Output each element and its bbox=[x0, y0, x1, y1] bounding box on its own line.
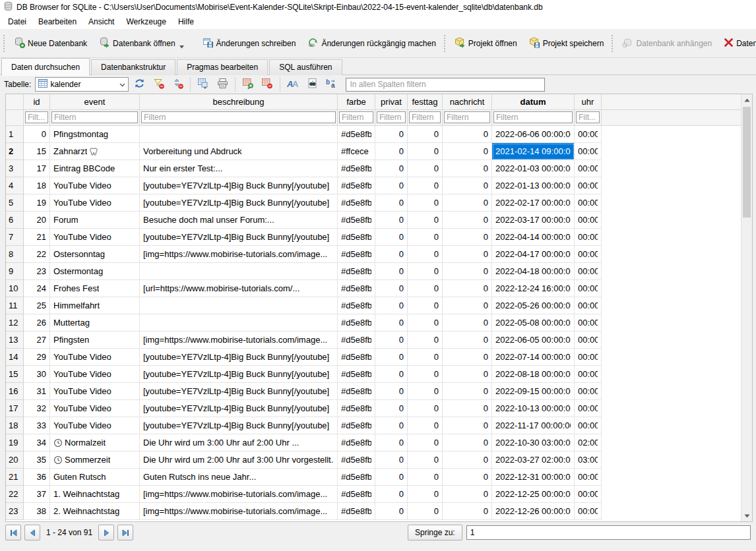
jump-to-button[interactable]: Springe zu: bbox=[408, 525, 462, 540]
last-page-button[interactable] bbox=[117, 525, 133, 540]
cell-id[interactable]: 25 bbox=[24, 297, 50, 314]
cell-beschreibung[interactable]: Nur ein erster Test:... bbox=[140, 160, 338, 177]
cell-farbe[interactable]: #d5e8fb bbox=[338, 194, 375, 212]
cell-uhr[interactable]: 00:00 bbox=[575, 332, 602, 349]
cell-farbe[interactable]: #d5e8fb bbox=[338, 246, 375, 263]
cell-privat[interactable]: 0 bbox=[375, 280, 408, 297]
cell-uhr[interactable]: 00:00 bbox=[575, 486, 602, 503]
cell-beschreibung[interactable] bbox=[140, 314, 338, 332]
cell-privat[interactable]: 0 bbox=[375, 469, 408, 486]
cell-id[interactable]: 29 bbox=[24, 349, 50, 366]
cell-id[interactable]: 18 bbox=[24, 177, 50, 194]
row-number[interactable]: 4 bbox=[6, 177, 24, 194]
cell-privat[interactable]: 0 bbox=[375, 400, 408, 417]
cell-event[interactable]: Pfingstmontag bbox=[50, 126, 140, 143]
row-number[interactable]: 2 bbox=[6, 143, 24, 160]
find-in-cells-button[interactable] bbox=[303, 76, 321, 92]
cell-nachricht[interactable]: 0 bbox=[443, 160, 492, 177]
cell-festtag[interactable]: 0 bbox=[408, 297, 443, 314]
cell-privat[interactable]: 0 bbox=[375, 297, 408, 314]
menu-hilfe[interactable]: Hilfe bbox=[172, 15, 200, 28]
cell-uhr[interactable]: 00:00 bbox=[575, 297, 602, 314]
delete-record-button[interactable] bbox=[259, 76, 276, 92]
cell-privat[interactable]: 0 bbox=[375, 366, 408, 383]
cell-nachricht[interactable]: 0 bbox=[443, 383, 492, 400]
cell-privat[interactable]: 0 bbox=[375, 263, 408, 280]
cell-beschreibung[interactable] bbox=[140, 297, 338, 314]
cell-beschreibung[interactable] bbox=[140, 126, 338, 143]
column-header-uhr[interactable]: uhr bbox=[575, 94, 602, 110]
cell-nachricht[interactable]: 0 bbox=[443, 486, 492, 503]
cell-id[interactable]: 15 bbox=[24, 143, 50, 160]
cell-datum[interactable]: 2022-12-26 00:00:00 bbox=[492, 503, 575, 520]
cell-festtag[interactable]: 0 bbox=[408, 177, 443, 194]
cell-festtag[interactable]: 0 bbox=[408, 194, 443, 212]
row-number[interactable]: 13 bbox=[6, 332, 24, 349]
cell-beschreibung[interactable]: [img=https://www.mobirise-tutorials.com/… bbox=[140, 332, 338, 349]
cell-event[interactable]: 2. Weihnachtstag bbox=[50, 503, 140, 520]
cell-nachricht[interactable]: 0 bbox=[443, 366, 492, 383]
jump-to-input[interactable] bbox=[466, 525, 751, 540]
cell-datum[interactable]: 2022-06-05 00:00:00 bbox=[492, 332, 575, 349]
cell-beschreibung[interactable]: Guten Rutsch ins neue Jahr... bbox=[140, 469, 338, 486]
cell-event[interactable]: YouTube Video bbox=[50, 194, 140, 212]
column-filter-input-datum[interactable] bbox=[493, 111, 573, 123]
export-table-button[interactable] bbox=[195, 76, 212, 92]
cell-privat[interactable]: 0 bbox=[375, 143, 408, 160]
cell-id[interactable]: 36 bbox=[24, 469, 50, 486]
column-filter-input-nachricht[interactable] bbox=[444, 111, 490, 123]
cell-beschreibung[interactable]: [youtube=YE7VzlLtp-4]Big Buck Bunny[/you… bbox=[140, 417, 338, 434]
cell-uhr[interactable]: 00:00 bbox=[575, 349, 602, 366]
cell-datum[interactable]: 2022-12-31 00:00:00 bbox=[492, 469, 575, 486]
cell-id[interactable]: 0 bbox=[24, 126, 50, 143]
cell-privat[interactable]: 0 bbox=[375, 486, 408, 503]
cell-id[interactable]: 35 bbox=[24, 451, 50, 469]
open-database-button[interactable]: Datenbank öffnen bbox=[93, 32, 190, 55]
column-header-farbe[interactable]: farbe bbox=[338, 94, 375, 110]
cell-datum[interactable]: 2022-01-03 00:00:00 bbox=[492, 160, 575, 177]
revert-changes-button[interactable]: Änderungen rückgängig machen bbox=[301, 33, 441, 54]
cell-festtag[interactable]: 0 bbox=[408, 383, 443, 400]
cell-festtag[interactable]: 0 bbox=[408, 212, 443, 229]
cell-uhr[interactable]: 00:00 bbox=[575, 126, 602, 143]
cell-nachricht[interactable]: 0 bbox=[443, 280, 492, 297]
cell-event[interactable]: Pfingsten bbox=[50, 332, 140, 349]
cell-uhr[interactable]: 00:00 bbox=[575, 263, 602, 280]
cell-event[interactable]: YouTube Video bbox=[50, 229, 140, 246]
save-project-button[interactable]: Projekt speichern bbox=[523, 33, 610, 54]
cell-nachricht[interactable]: 0 bbox=[443, 229, 492, 246]
cell-datum[interactable]: 2022-07-14 00:00:00 bbox=[492, 349, 575, 366]
cell-privat[interactable]: 0 bbox=[375, 246, 408, 263]
cell-datum[interactable]: 2022-12-24 16:00:00 bbox=[492, 280, 575, 297]
cell-privat[interactable]: 0 bbox=[375, 332, 408, 349]
cell-farbe[interactable]: #ffcece bbox=[338, 143, 375, 160]
cell-nachricht[interactable]: 0 bbox=[443, 469, 492, 486]
cell-nachricht[interactable]: 0 bbox=[443, 417, 492, 434]
menu-werkzeuge[interactable]: Werkzeuge bbox=[120, 15, 172, 28]
insert-record-button[interactable] bbox=[239, 76, 257, 92]
cell-privat[interactable]: 0 bbox=[375, 349, 408, 366]
scroll-down-button[interactable] bbox=[741, 510, 752, 521]
cell-farbe[interactable]: #d5e8fb bbox=[338, 314, 375, 332]
cell-festtag[interactable]: 0 bbox=[408, 143, 443, 160]
cell-farbe[interactable]: #d5e8fb bbox=[338, 366, 375, 383]
cell-nachricht[interactable]: 0 bbox=[443, 332, 492, 349]
cell-festtag[interactable]: 0 bbox=[408, 280, 443, 297]
cell-festtag[interactable]: 0 bbox=[408, 126, 443, 143]
cell-festtag[interactable]: 0 bbox=[408, 263, 443, 280]
cell-farbe[interactable]: #d5e8fb bbox=[338, 160, 375, 177]
cell-beschreibung[interactable]: [url=https://www.mobirise-tutorials.com/… bbox=[140, 280, 338, 297]
cell-id[interactable]: 19 bbox=[24, 194, 50, 212]
cell-nachricht[interactable]: 0 bbox=[443, 126, 492, 143]
cell-beschreibung[interactable]: Die Uhr wird um 3:00 Uhr auf 2:00 Uhr ..… bbox=[140, 434, 338, 451]
cell-uhr[interactable]: 00:00 bbox=[575, 143, 602, 160]
open-database-dropdown-icon[interactable] bbox=[179, 42, 184, 51]
cell-uhr[interactable]: 00:00 bbox=[575, 417, 602, 434]
tab-datenbankstruktur[interactable]: Datenbankstruktur bbox=[91, 59, 175, 75]
cell-farbe[interactable]: #d5e8fb bbox=[338, 383, 375, 400]
cell-farbe[interactable]: #d5e8fb bbox=[338, 417, 375, 434]
cell-festtag[interactable]: 0 bbox=[408, 400, 443, 417]
cell-id[interactable]: 37 bbox=[24, 486, 50, 503]
menu-ansicht[interactable]: Ansicht bbox=[82, 15, 120, 28]
cell-datum[interactable]: 2021-02-14 09:00:00 bbox=[492, 143, 575, 160]
